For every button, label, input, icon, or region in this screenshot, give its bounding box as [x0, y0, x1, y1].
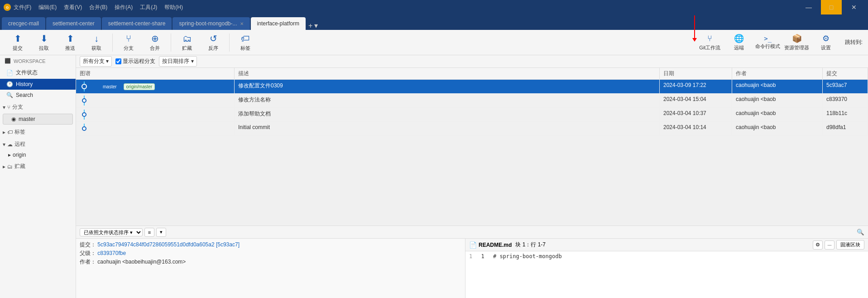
tab-interface-platform[interactable]: interface-platform — [251, 17, 306, 30]
commit-button[interactable]: ⬆ 提交 — [5, 32, 30, 53]
title-bar-left: G 文件(F) 编辑(E) 查看(V) 合并(B) 操作(A) 工具(J) 帮助… — [4, 4, 183, 11]
view-area-button[interactable]: 固液区块 — [836, 240, 864, 250]
merge-button[interactable]: ⊕ 合并 — [143, 32, 167, 53]
bottom-toolbar: 已依照文件状态排序 ▾ ≡ ▾ 🔍 — [76, 226, 868, 239]
commit-desc-2: 修改方法名称 — [235, 94, 660, 107]
show-remote-checkbox-label[interactable]: 显示远程分支 — [115, 58, 155, 65]
diff-more-button[interactable]: ··· — [825, 240, 834, 250]
commit-info-commit: 提交： 5c93ac794974c84f0d7286059551d0dfd0a6… — [80, 240, 461, 249]
chevron-right-icon: ▸ — [3, 129, 5, 135]
stash-section-header[interactable]: ▸ 🗂 贮藏 — [0, 160, 76, 172]
commit-hash-4: d98dfa1 — [823, 122, 868, 135]
chevron-down-icon: ▾ — [3, 141, 5, 148]
push-button[interactable]: ⬆ 推送 — [58, 32, 82, 53]
branch-icon: ⑂ — [7, 104, 10, 111]
parent-label: 父级： — [80, 250, 96, 256]
tab-settlement-center-share[interactable]: settlement-center-share — [102, 17, 172, 30]
terminal-button[interactable]: >_ 命令行模式 — [754, 32, 782, 53]
menu-file[interactable]: 文件(F) — [14, 4, 31, 11]
sidebar-branch-master[interactable]: ◉ master — [3, 114, 73, 125]
settings-button[interactable]: ⚙ 设置 — [812, 32, 839, 53]
commit-row-3[interactable]: 添加帮助文档 2024-03-04 10:37 caohuajin <baob … — [76, 108, 868, 122]
close-button[interactable]: ✕ — [844, 0, 864, 14]
more-options-button[interactable]: ▾ — [156, 228, 166, 237]
revert-label: 反序 — [208, 45, 218, 52]
remote-section-header[interactable]: ▾ ☁ 远程 — [0, 138, 76, 150]
get-label: 获取 — [91, 45, 101, 52]
date-sort-dropdown[interactable]: 按日期排序 ▾ — [159, 56, 197, 67]
branch-filter-dropdown[interactable]: 所有分支 ▾ — [80, 56, 112, 67]
author-label: 作者： — [80, 259, 96, 265]
tab-crecgec-mall[interactable]: crecgec-mall — [2, 17, 45, 30]
chevron-down-icon: ▾ — [3, 104, 5, 111]
menu-merge[interactable]: 合并(B) — [89, 4, 107, 11]
stash-button[interactable]: 🗂 贮藏 — [175, 32, 199, 53]
origin-label: origin — [13, 152, 26, 158]
menu-help[interactable]: 帮助(H) — [164, 4, 183, 11]
tab-close-icon[interactable]: ✕ — [240, 21, 244, 26]
sidebar-item-file-status[interactable]: 📄 文件状态 — [0, 67, 76, 79]
get-icon: ↓ — [94, 34, 99, 44]
tab-bar: crecgec-mall settlement-center settlemen… — [0, 14, 868, 30]
commit-desc-3: 添加帮助文档 — [235, 108, 660, 121]
stash-label: 贮藏 — [14, 163, 25, 170]
parent-value[interactable]: c839370fbe — [97, 250, 126, 256]
tags-section-header[interactable]: ▸ 🏷 标签 — [0, 125, 76, 138]
menu-edit[interactable]: 编辑(E) — [38, 4, 57, 11]
file-name: README.md — [479, 242, 512, 248]
jump-to-label: 跳转到: — [845, 38, 863, 46]
app-icon: G — [4, 4, 11, 11]
search-button[interactable]: 🔍 — [857, 229, 864, 236]
minimize-button[interactable]: — — [798, 0, 819, 14]
history-icon: 🕐 — [6, 81, 13, 87]
branch-button[interactable]: ⑂ 分支 — [116, 32, 141, 53]
commit-graph-2 — [76, 94, 235, 107]
sidebar-workspace: ⬛ WORKSPACE — [0, 55, 76, 67]
commit-author-4: caohuajin <baob — [732, 122, 823, 135]
sidebar-remote-origin[interactable]: ▸ origin — [0, 150, 76, 160]
header-author: 作者 — [732, 68, 823, 79]
get-button[interactable]: ↓ 获取 — [84, 32, 109, 53]
sidebar-item-history[interactable]: 🕐 History — [0, 79, 76, 90]
tab-label: settlement-center-share — [108, 20, 166, 27]
menu-view[interactable]: 查看(V) — [64, 4, 82, 11]
diff-actions: ⚙ ··· 固液区块 — [813, 240, 864, 250]
show-remote-checkbox[interactable] — [115, 58, 121, 64]
tab-spring-boot-mongodb[interactable]: spring-boot-mongodb-... ✕ — [173, 17, 249, 30]
tab-label: interface-platform — [257, 20, 299, 27]
revert-button[interactable]: ↺ 反序 — [201, 32, 225, 53]
commit-value[interactable]: 5c93ac794974c84f0d7286059551d0dfd0a605a2… — [97, 241, 240, 248]
sort-select[interactable]: 已依照文件状态排序 ▾ — [80, 228, 143, 236]
diff-settings-button[interactable]: ⚙ — [813, 240, 823, 250]
menu-action[interactable]: 操作(A) — [115, 4, 133, 11]
tab-label: settlement-center — [53, 20, 95, 27]
gitflow-button[interactable]: ⑂ Git工作流 — [696, 32, 724, 53]
maximize-button[interactable]: □ — [821, 0, 842, 14]
gitflow-icon: ⑂ — [707, 34, 712, 43]
merge-label: 合并 — [150, 45, 160, 52]
menu-tools[interactable]: 工具(J) — [140, 4, 157, 11]
right-panel: 所有分支 ▾ 显示远程分支 按日期排序 ▾ 图谱 描述 日期 作者 提交 — [76, 55, 868, 298]
diff-header: 📄 README.md 块 1：行 1-7 ⚙ ··· 固液区块 — [465, 239, 868, 251]
diff-text-1: # spring-boot-mongodb — [493, 253, 562, 260]
tag-label: 标签 — [240, 45, 250, 52]
tags-label: 标签 — [14, 128, 25, 136]
fetch-button[interactable]: ⬇ 拉取 — [32, 32, 56, 53]
resource-icon: 📦 — [792, 34, 802, 43]
tab-add-button[interactable]: + ▾ — [308, 21, 318, 30]
commit-row-1[interactable]: master origin/master 修改配置文件0309 2024-03-… — [76, 80, 868, 94]
commit-row-2[interactable]: 修改方法名称 2024-03-04 15:04 caohuajin <baob … — [76, 94, 868, 108]
fetch-label: 拉取 — [39, 45, 49, 52]
sidebar-item-search[interactable]: 🔍 Search — [0, 90, 76, 101]
file-status-icon: 📄 — [6, 70, 13, 76]
chevron-right-icon: ▸ — [3, 163, 5, 170]
tab-settlement-center[interactable]: settlement-center — [46, 17, 101, 30]
commit-date-2: 2024-03-04 15:04 — [660, 94, 732, 107]
remote-button[interactable]: 🌐 远端 — [725, 32, 753, 53]
filter-bar: 所有分支 ▾ 显示远程分支 按日期排序 ▾ — [76, 55, 868, 68]
list-view-button[interactable]: ≡ — [144, 228, 154, 237]
commit-row-4[interactable]: Initial commit 2024-03-04 10:14 caohuaji… — [76, 122, 868, 136]
branches-section-header[interactable]: ▾ ⑂ 分支 — [0, 101, 76, 113]
resource-button[interactable]: 📦 资源管理器 — [783, 32, 810, 53]
tag-button[interactable]: 🏷 标签 — [233, 32, 258, 53]
